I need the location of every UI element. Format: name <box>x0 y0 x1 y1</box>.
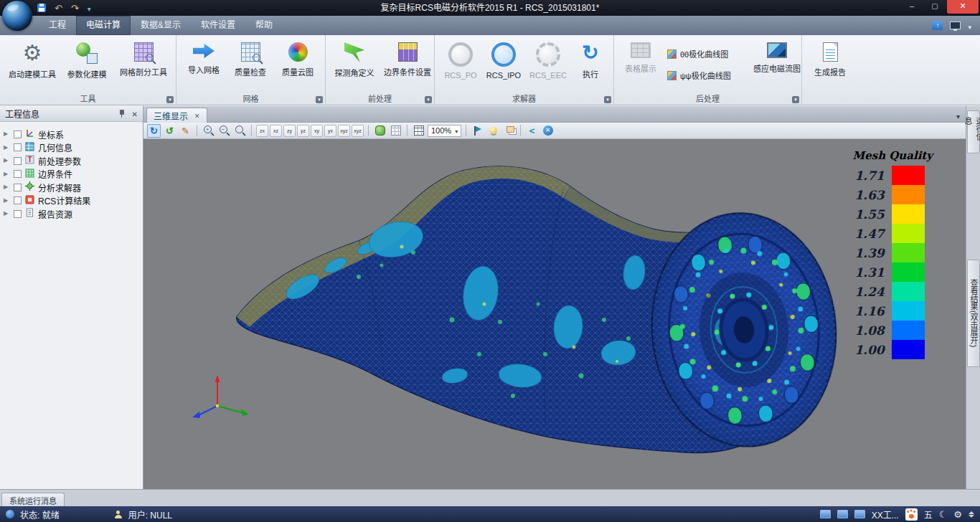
expander-icon[interactable] <box>4 154 10 167</box>
shaded-view-icon[interactable] <box>373 124 387 138</box>
checkbox[interactable] <box>14 143 22 151</box>
undo-icon[interactable] <box>55 1 62 14</box>
execute-button[interactable]: 执行 <box>573 37 608 92</box>
layers-icon[interactable] <box>502 124 516 138</box>
quick-access-dropdown-icon[interactable] <box>88 1 91 14</box>
titlebar-dropdown-icon[interactable] <box>968 19 971 32</box>
tab-close-icon[interactable] <box>194 110 200 120</box>
run-info-tab[interactable]: 运行信息 <box>967 110 980 153</box>
grid-toggle-icon[interactable] <box>412 124 425 138</box>
group-launcher-icon[interactable] <box>604 96 611 103</box>
checkbox[interactable] <box>14 170 22 178</box>
group-launcher-icon[interactable] <box>166 96 174 103</box>
generate-report-button[interactable]: 生成报告 <box>805 37 855 92</box>
tree-item-preprocess-params[interactable]: T 前处理参数 <box>0 154 143 168</box>
ime-settings-icon[interactable] <box>953 509 962 520</box>
zoom-level-select[interactable]: 100% <box>428 125 461 137</box>
collapse-ribbon-icon[interactable] <box>932 21 943 30</box>
group-launcher-icon[interactable] <box>316 96 323 103</box>
expander-icon[interactable] <box>4 194 10 207</box>
rcs-ipo-button[interactable]: RCS_IPO <box>484 37 524 92</box>
expander-icon[interactable] <box>4 207 10 220</box>
tray-window-icon[interactable] <box>854 510 865 518</box>
tree-item-boundary-conditions[interactable]: 边界条件 <box>0 168 143 181</box>
view-orientation-button[interactable]: xz <box>270 125 282 137</box>
ime-fullhalf-icon[interactable] <box>939 509 948 520</box>
probe-angle-button[interactable]: 探测角定义 <box>329 37 380 92</box>
checkbox[interactable] <box>14 184 22 191</box>
induced-current-map-button[interactable]: 感应电磁流图 <box>755 37 799 92</box>
flag-tool-icon[interactable] <box>471 124 484 138</box>
psi-polarization-curve-button[interactable]: ψψ极化曲线图 <box>664 67 765 84</box>
ime-paw-icon[interactable] <box>905 508 918 521</box>
wireframe-view-icon[interactable] <box>389 124 402 138</box>
checkbox[interactable] <box>14 157 22 165</box>
view-orientation-button[interactable]: zx <box>256 125 268 137</box>
view-orientation-button[interactable]: yz <box>297 125 309 137</box>
viewport-menu-arrow-icon[interactable] <box>956 109 960 122</box>
group-launcher-icon[interactable] <box>425 96 432 103</box>
quality-cloud-button[interactable]: 质量云图 <box>275 37 320 92</box>
expander-icon[interactable] <box>4 128 10 141</box>
panel-close-icon[interactable] <box>132 109 138 119</box>
ime-mode-label[interactable]: 五 <box>924 508 933 521</box>
zoom-in-icon[interactable] <box>202 124 215 138</box>
model-3d-viewport[interactable]: Mesh Quality 1.71 1.63 1.55 1.47 1.39 1.… <box>143 139 966 489</box>
checkbox[interactable] <box>14 130 22 138</box>
close-button[interactable] <box>947 0 979 14</box>
app-logo-icon[interactable] <box>2 1 32 31</box>
launch-modeling-tool-button[interactable]: 启动建模工具 <box>6 37 59 92</box>
tab-3d-display[interactable]: 三维显示 <box>146 108 207 123</box>
tray-window-icon[interactable] <box>820 510 831 518</box>
annotate-icon[interactable] <box>179 124 192 138</box>
tray-window-icon[interactable] <box>837 510 848 518</box>
boundary-settings-button[interactable]: 边界条件设置 <box>382 37 433 92</box>
group-launcher-icon[interactable] <box>792 96 799 103</box>
display-icon[interactable] <box>950 22 961 29</box>
resize-grip-icon[interactable] <box>969 511 974 518</box>
expander-icon[interactable] <box>4 141 10 154</box>
clear-view-icon[interactable] <box>541 124 555 138</box>
tab-project[interactable]: 工程 <box>39 16 76 35</box>
tree-item-coordinate-system[interactable]: 坐标系 <box>0 128 143 141</box>
mesh-partition-tool-button[interactable]: 网格剖分工具 <box>115 37 172 92</box>
title-bar: 复杂目标RCS电磁分析软件2015 R1 - RCS_2015031801* <box>0 0 980 16</box>
orbit-view-icon[interactable] <box>147 124 161 138</box>
tree-item-report-resources[interactable]: 报告资源 <box>0 207 143 221</box>
axis-triad <box>192 375 249 418</box>
tree-item-rcs-results[interactable]: RCS计算结果 <box>0 194 143 208</box>
legend-swatch <box>892 262 925 282</box>
table-icon <box>631 42 651 58</box>
maximize-button[interactable] <box>924 0 946 14</box>
tab-data-display[interactable]: 数据&显示 <box>131 16 191 35</box>
view-orientation-button[interactable]: yx <box>324 125 336 137</box>
checkbox[interactable] <box>14 196 22 204</box>
zoom-window-icon[interactable] <box>233 124 247 138</box>
light-icon[interactable] <box>486 124 500 138</box>
save-icon[interactable] <box>37 4 46 12</box>
view-orientation-button[interactable]: xy <box>311 125 323 137</box>
pin-icon[interactable] <box>118 109 126 118</box>
tab-help[interactable]: 帮助 <box>245 16 283 35</box>
view-orientation-button[interactable]: xyz <box>352 125 364 137</box>
checkbox[interactable] <box>14 210 22 218</box>
expander-icon[interactable] <box>4 181 10 194</box>
tree-item-geometry-info[interactable]: 几何信息 <box>0 141 143 155</box>
quality-check-button[interactable]: 质量检查 <box>228 37 273 92</box>
tree-item-analysis-solver[interactable]: 分析求解器 <box>0 181 143 194</box>
view-results-tab[interactable]: 查看结果(双击展开) <box>967 260 980 367</box>
minimize-button[interactable] <box>901 0 923 14</box>
view-orientation-button[interactable]: zy <box>283 125 296 137</box>
tab-em-computation[interactable]: 电磁计算 <box>76 16 131 35</box>
tab-software-settings[interactable]: 软件设置 <box>191 16 245 35</box>
theta-polarization-curve-button[interactable]: θθ极化曲线图 <box>664 45 765 62</box>
redo-icon[interactable] <box>71 1 79 14</box>
refresh-view-icon[interactable] <box>163 124 176 138</box>
view-orientation-button[interactable]: xyz <box>338 125 350 137</box>
system-messages-tab[interactable]: 系统运行消息 <box>1 493 65 507</box>
parametric-modeling-button[interactable]: 参数化建模 <box>62 37 112 92</box>
share-icon[interactable] <box>525 124 539 138</box>
import-mesh-button[interactable]: 导入网格 <box>182 37 225 92</box>
zoom-out-icon[interactable] <box>217 124 231 138</box>
expander-icon[interactable] <box>4 168 10 181</box>
